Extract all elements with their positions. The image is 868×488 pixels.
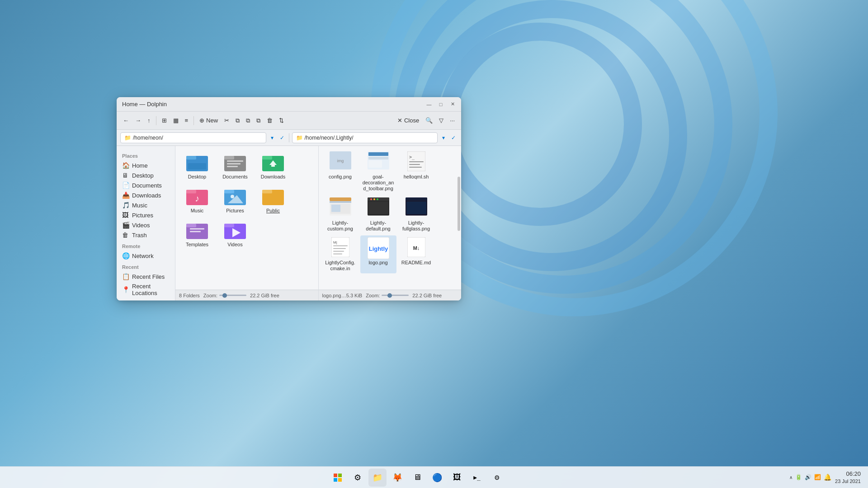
folder-icon: 📁 (124, 135, 131, 141)
videos-icon: 🎬 (122, 221, 129, 229)
file-name-pictures: Pictures (226, 208, 244, 214)
forward-button[interactable]: → (132, 114, 144, 127)
file-item-cmake[interactable]: M| LightlyConfig.cmake.in (322, 235, 359, 273)
file-item-public[interactable]: Public (255, 183, 291, 216)
svg-rect-56 (333, 245, 348, 246)
panels-area: Desktop Docum (175, 146, 461, 300)
cut-button[interactable]: ✂ (222, 114, 232, 127)
img-lightly-default-icon (368, 197, 389, 219)
up-button[interactable]: ↑ (145, 114, 153, 127)
file-item-lightly-custom[interactable]: Lightly-custom.png (322, 196, 359, 234)
close-button[interactable]: ✕ (448, 99, 458, 109)
svg-text:Lightly: Lightly (368, 245, 388, 252)
system-clock[interactable]: 06:20 23 Jul 2021 (835, 470, 861, 485)
view-icons-button[interactable]: ⊞ (159, 114, 170, 127)
sidebar-item-network[interactable]: 🌐 Network (117, 251, 175, 261)
sidebar-item-documents[interactable]: 📄 Documents (117, 180, 175, 190)
sidebar-item-trash[interactable]: 🗑 Trash (117, 230, 175, 240)
filter-button[interactable]: ▽ (436, 114, 446, 127)
copy2-button[interactable]: ⧉ (243, 114, 253, 127)
view-list-button[interactable]: ≡ (182, 114, 191, 127)
tray-network[interactable]: 📶 (814, 474, 821, 480)
search-button[interactable]: 🔍 (423, 114, 435, 127)
places-label: Places (117, 150, 175, 160)
left-address-accept[interactable]: ✓ (278, 134, 286, 142)
file-item-music[interactable]: ♪ Music (179, 183, 215, 216)
tray-arrow[interactable]: ∧ (789, 475, 793, 480)
taskbar-file-manager[interactable]: 🖥 (408, 469, 426, 487)
right-scrollbar[interactable] (458, 177, 460, 231)
svg-rect-40 (330, 197, 351, 201)
sidebar-item-videos[interactable]: 🎬 Videos (117, 220, 175, 230)
view-compact-button[interactable]: ▦ (170, 114, 181, 127)
maximize-button[interactable]: □ (436, 99, 446, 109)
file-name-templates: Templates (186, 242, 208, 248)
more-button[interactable]: ··· (447, 114, 458, 127)
file-item-lightly-fullglass[interactable]: Lightly-fullglass.png (398, 196, 434, 234)
file-item-readme[interactable]: M↓ README.md (398, 235, 434, 273)
file-item-goal-deco[interactable]: goal-decoration_and_toolbar.png (360, 150, 396, 194)
svg-rect-46 (368, 202, 388, 214)
left-file-panel: Desktop Docum (175, 146, 319, 300)
left-free-space: 22.2 GiB free (250, 293, 279, 298)
taskbar-settings2[interactable]: ⚙ (488, 469, 506, 487)
left-zoom-slider[interactable] (219, 295, 246, 296)
tray-volume[interactable]: 🔊 (805, 474, 811, 480)
file-item-helloqml[interactable]: >_ helloqml.sh (398, 150, 434, 194)
file-item-logo-png[interactable]: Lightly logo.png (360, 235, 396, 273)
file-item-config-png[interactable]: img config.png (322, 150, 359, 194)
sort-button[interactable]: ⇅ (276, 114, 287, 127)
svg-rect-22 (186, 224, 196, 227)
remote-label: Remote (117, 240, 175, 251)
svg-rect-43 (331, 205, 340, 212)
svg-rect-5 (227, 160, 243, 162)
taskbar-files[interactable]: 📁 (368, 469, 387, 487)
sidebar-item-recent-locations[interactable]: 📍 Recent Locations (117, 282, 175, 298)
taskbar-settings[interactable]: ⚙ (349, 469, 367, 487)
file-item-pictures[interactable]: Pictures (217, 183, 253, 216)
close-split-button[interactable]: ✕ Close (395, 114, 422, 127)
left-address-panel: 📁 /home/neon/ ▾ ✓ (120, 132, 286, 143)
file-item-documents[interactable]: Documents (217, 150, 253, 182)
file-item-videos[interactable]: Videos (217, 217, 253, 249)
sidebar-item-home[interactable]: 🏠 Home (117, 160, 175, 170)
svg-rect-41 (330, 201, 351, 203)
recent-label: Recent (117, 261, 175, 272)
left-address-confirm[interactable]: ▾ (268, 134, 276, 142)
left-address-box[interactable]: 📁 /home/neon/ (120, 132, 266, 143)
file-item-templates[interactable]: Templates (179, 217, 215, 249)
right-address-confirm[interactable]: ▾ (439, 134, 448, 142)
right-address-box[interactable]: 📁 /home/neon/.Lightly/ (292, 132, 438, 143)
sidebar-item-recent-files[interactable]: 📋 Recent Files (117, 272, 175, 282)
taskbar-konsole[interactable]: ▶_ (468, 469, 486, 487)
right-zoom-slider[interactable] (382, 295, 409, 296)
paste-button[interactable]: ⧉ (254, 114, 263, 127)
taskbar-gwenview[interactable]: 🖼 (448, 469, 466, 487)
right-statusbar: logo.png…5.3 KiB Zoom: 22.2 GiB free (319, 290, 462, 300)
address-bar: 📁 /home/neon/ ▾ ✓ 📁 /home/neon/.Lightly/… (117, 130, 461, 146)
right-address-accept[interactable]: ✓ (449, 134, 458, 142)
clock-time: 06:20 (835, 470, 861, 478)
start-button[interactable] (329, 469, 347, 487)
copy-button[interactable]: ⧉ (233, 114, 242, 127)
file-item-downloads[interactable]: Downloads (255, 150, 291, 182)
folder-videos-icon (224, 219, 246, 241)
sidebar-item-desktop[interactable]: 🖥 Desktop (117, 170, 175, 180)
sidebar-item-music[interactable]: 🎵 Music (117, 200, 175, 210)
taskbar-discover[interactable]: 🔵 (428, 469, 446, 487)
tray-notification[interactable]: 🔔 (824, 474, 831, 481)
window-controls: — □ ✕ (424, 99, 458, 109)
sidebar-item-downloads[interactable]: 📥 Downloads (117, 190, 175, 200)
new-button[interactable]: ⊕ New (197, 114, 221, 127)
back-button[interactable]: ← (120, 114, 132, 127)
sidebar-item-pictures[interactable]: 🖼 Pictures (117, 210, 175, 220)
file-name-goal-deco: goal-decoration_and_toolbar.png (362, 174, 395, 192)
minimize-button[interactable]: — (424, 99, 434, 109)
delete-button[interactable]: 🗑 (264, 114, 275, 127)
file-item-lightly-default[interactable]: Lightly-default.png (360, 196, 396, 234)
taskbar-firefox[interactable]: 🦊 (388, 469, 406, 487)
right-zoom-label: Zoom: (366, 293, 380, 298)
file-name-lightly-default: Lightly-default.png (362, 220, 395, 232)
img-goal-icon (368, 151, 389, 173)
file-item-desktop[interactable]: Desktop (179, 150, 215, 182)
